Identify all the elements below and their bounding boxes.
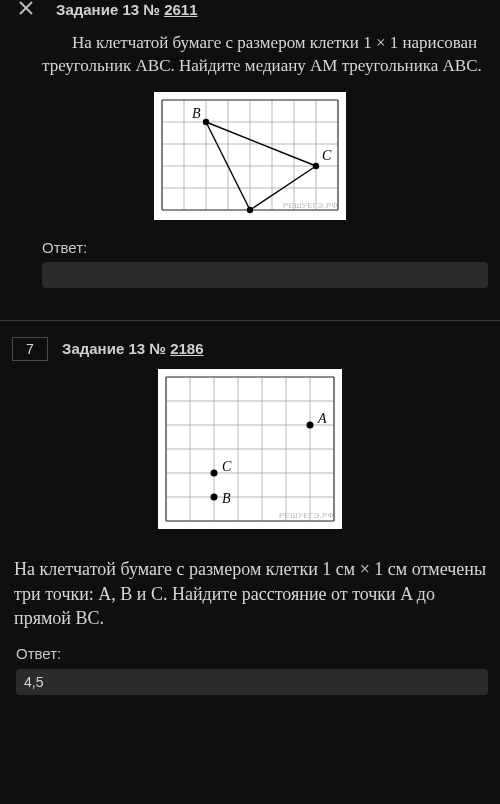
svg-text:B: B — [222, 491, 231, 506]
task-prompt: На клетчатой бумаге с размером клетки 1 … — [12, 547, 488, 630]
task-number-badge: 7 — [12, 337, 48, 361]
task-block: 7 Задание 13 № 2186 ABC РЕШУЕГЭ.РФ На кл… — [0, 335, 500, 712]
task-title: Задание 13 № 2186 — [62, 339, 204, 359]
answer-input[interactable] — [42, 262, 488, 288]
svg-text:C: C — [222, 459, 232, 474]
task-label: Задание 13 № — [56, 1, 160, 18]
svg-point-25 — [203, 119, 209, 125]
svg-point-26 — [313, 163, 319, 169]
svg-point-49 — [307, 422, 314, 429]
watermark: РЕШУЕГЭ.РФ — [279, 511, 334, 522]
svg-point-24 — [247, 207, 253, 213]
points-figure: ABC РЕШУЕГЭ.РФ — [158, 369, 342, 529]
triangle-figure: ABC РЕШУЕГЭ.РФ — [154, 92, 346, 220]
answer-label: Ответ: — [42, 238, 488, 258]
task-label: Задание 13 № — [62, 340, 166, 357]
svg-text:B: B — [192, 106, 201, 121]
task-header: 7 Задание 13 № 2186 — [12, 335, 488, 361]
figure-container: ABC РЕШУЕГЭ.РФ — [12, 92, 488, 220]
svg-point-51 — [211, 470, 218, 477]
close-icon[interactable] — [6, 0, 46, 18]
task-title: Задание 13 № 2611 — [56, 0, 198, 20]
answer-label: Ответ: — [16, 644, 488, 664]
svg-point-50 — [211, 494, 218, 501]
task-id-link[interactable]: 2186 — [170, 340, 203, 357]
watermark: РЕШУЕГЭ.РФ — [283, 201, 338, 212]
answer-input[interactable] — [16, 669, 488, 695]
task-id-link[interactable]: 2611 — [164, 1, 197, 18]
task-header: Задание 13 № 2611 — [12, 0, 488, 20]
svg-text:C: C — [322, 148, 332, 163]
divider — [0, 320, 500, 321]
svg-text:A: A — [317, 411, 327, 426]
task-prompt: На клетчатой бумаге с размером клет­ки 1… — [12, 28, 488, 78]
task-block: Задание 13 № 2611 На клетчатой бумаге с … — [0, 0, 500, 306]
figure-container: ABC РЕШУЕГЭ.РФ — [12, 369, 488, 529]
